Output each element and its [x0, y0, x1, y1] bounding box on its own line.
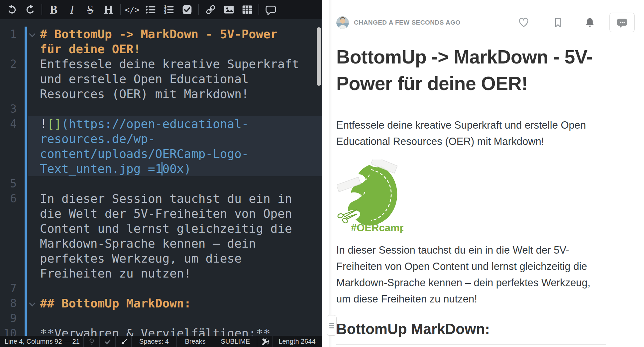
preferences-button[interactable] [257, 336, 272, 347]
code-icon: </> [125, 5, 140, 15]
linebreak-setting[interactable]: Breaks [177, 336, 214, 347]
indent-setting[interactable]: Spaces: 4 [132, 336, 177, 347]
subheading-divider [336, 344, 606, 345]
editor-line[interactable]: 7 [0, 281, 322, 296]
editor-text-row: In dieser Session tauchst du ein in [40, 191, 322, 206]
redo-button[interactable] [21, 1, 39, 18]
fold-chevron-icon[interactable] [29, 31, 36, 37]
ordered-list-button[interactable]: 1 2 3 [160, 1, 178, 18]
svg-text:3: 3 [164, 11, 166, 15]
line-number: 5 [0, 176, 17, 191]
theme-button[interactable] [116, 336, 132, 347]
heading-icon: H [104, 4, 113, 16]
editor-text-row [40, 311, 322, 326]
document-length-status: Length 2644 [272, 336, 322, 347]
wrench-icon [261, 338, 269, 346]
bold-button[interactable]: B [45, 1, 63, 18]
table-icon [242, 4, 253, 15]
editor-pane: B I S H </> [0, 0, 322, 347]
image-button[interactable] [220, 1, 238, 18]
check-list-button[interactable] [178, 1, 196, 18]
bell-icon [584, 17, 595, 28]
editor-text-row: und erstelle Open Educational [40, 71, 322, 86]
bold-icon: B [50, 4, 57, 16]
code-button[interactable]: </> [123, 1, 141, 18]
editor-text-row [40, 281, 322, 296]
text-segment: **Verwahren & Vervielfältigen:** [40, 326, 270, 336]
editor-text-row: resources.de/wp- [40, 131, 322, 146]
check-icon [104, 338, 111, 345]
editor-line[interactable]: 1# BottomUp -> MarkDown - 5V-Powerfür de… [0, 27, 322, 57]
editor-line[interactable]: 4![](https://open-educational-resources.… [0, 116, 322, 176]
text-segment: perfektes Werkzeug, um diese [40, 252, 242, 265]
heading-button[interactable]: H [99, 1, 118, 18]
redo-icon [25, 5, 35, 15]
editor-text-area[interactable]: 1# BottomUp -> MarkDown - 5V-Powerfür de… [0, 19, 322, 336]
text-segment: resources.de/wp- [40, 132, 155, 146]
line-number: 10 [0, 326, 17, 336]
logo-caption: #OERcamp [351, 222, 403, 233]
editor-text-row: # BottomUp -> MarkDown - 5V-Power [40, 27, 322, 42]
status-bar: Line 4, Columns 92 — 21 Spaces: 4 Bre [0, 336, 322, 347]
text-segment: ## BottomUp MarkDown: [40, 296, 191, 310]
italic-button[interactable]: I [63, 1, 81, 18]
editor-text-row: Resources (OER) mit Markdown! [40, 86, 322, 101]
page-title: BottomUp -> MarkDown - 5V-Power für dein… [336, 44, 606, 97]
editor-line[interactable]: 6In dieser Session tauchst du ein indie … [0, 191, 322, 281]
spellcheck-button[interactable] [100, 336, 116, 347]
comment-icon [266, 4, 276, 15]
text-segment: und erstelle Open Educational [40, 72, 249, 86]
night-mode-button[interactable] [84, 336, 100, 347]
keymap-setting[interactable]: SUBLIME [214, 336, 257, 347]
text-segment: Text_unten.jpg =1 [40, 162, 162, 175]
bookmark-button[interactable] [552, 17, 564, 28]
author-avatar[interactable] [336, 16, 349, 29]
comment-button[interactable] [262, 1, 280, 18]
open-comments-button[interactable] [609, 13, 635, 32]
editor-line[interactable]: 10**Verwahren & Vervielfältigen:** [0, 326, 322, 336]
editor-line[interactable]: 8## BottomUp MarkDown: [0, 296, 322, 311]
editor-text-row: für deine OER! [40, 42, 322, 57]
check-list-icon [182, 4, 192, 15]
note-action-icons [518, 13, 635, 32]
fold-chevron-icon[interactable] [29, 300, 36, 306]
rendered-markdown: BottomUp -> MarkDown - 5V-Power für dein… [329, 44, 606, 345]
pane-splitter[interactable] [322, 0, 329, 347]
editor-scrollbar-thumb[interactable] [317, 27, 321, 86]
subscribe-button[interactable] [584, 17, 595, 28]
session-paragraph: In dieser Session tauchst du ein in die … [336, 242, 606, 307]
bookmark-icon [552, 17, 564, 28]
strikethrough-button[interactable]: S [81, 1, 99, 18]
editor-text-row: Content und lernst gleichzeitig die [40, 221, 322, 236]
undo-button[interactable] [3, 1, 21, 18]
editor-line[interactable]: 9 [0, 311, 322, 326]
line-number: 4 [0, 116, 17, 131]
line-number: 3 [0, 101, 17, 116]
editor-text-row: **Verwahren & Vervielfältigen:** [40, 326, 322, 336]
handle-grip-icon [329, 327, 334, 328]
editor-text-row: Text_unten.jpg =100x) [40, 161, 322, 176]
toolbar-separator [120, 4, 121, 15]
splitter-drag-handle[interactable] [327, 315, 337, 336]
line-number: 1 [0, 27, 17, 42]
toolbar-separator [42, 4, 42, 15]
editor-line[interactable]: 2Entfessele deine kreative Superkraftund… [0, 57, 322, 101]
avatar-photo [336, 16, 349, 29]
text-segment: Entfessele deine kreative Superkraft [40, 57, 299, 71]
text-segment: ! [40, 117, 47, 131]
like-button[interactable] [518, 17, 530, 29]
editor-text-row: perfektes Werkzeug, um diese [40, 251, 322, 266]
text-segment: die Welt der 5V-Freiheiten von Open [40, 207, 292, 220]
bullet-list-button[interactable] [141, 1, 160, 18]
text-segment: In dieser Session tauchst du ein in [40, 192, 292, 205]
line-number: 6 [0, 191, 17, 206]
editor-line[interactable]: 3 [0, 101, 322, 116]
text-segment: content/uploads/OERCamp-Logo- [40, 147, 249, 161]
line-number: 8 [0, 296, 17, 311]
table-button[interactable] [238, 1, 256, 18]
link-button[interactable] [201, 1, 220, 18]
editor-line[interactable]: 5 [0, 176, 322, 191]
oercamp-logo-image: #OERcamp [337, 160, 403, 233]
line-number: 2 [0, 57, 17, 71]
heart-icon [518, 17, 530, 29]
